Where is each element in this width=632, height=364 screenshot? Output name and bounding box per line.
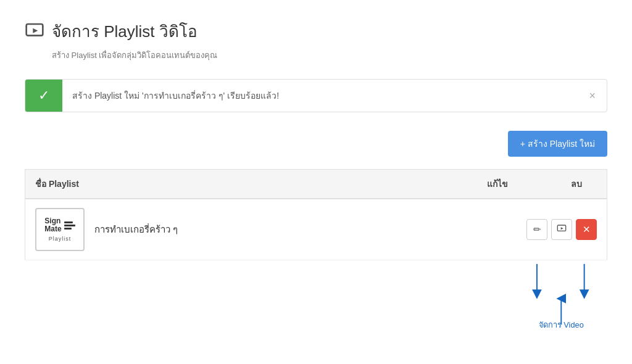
edit-button[interactable]: ✏ [526, 219, 547, 240]
create-playlist-button[interactable]: + สร้าง Playlist ใหม่ [508, 131, 607, 157]
playlist-name: การทำเบเกอรี่คร้าว ๆ [94, 222, 178, 237]
page-header: จัดการ Playlist วิดิโอ [25, 19, 607, 44]
logo-playlist-text: Playlist [49, 236, 72, 242]
svg-marker-1 [33, 28, 38, 33]
logo-bar-2 [64, 225, 75, 226]
col-label-delete: ลบ [566, 177, 587, 191]
manage-video-button[interactable] [551, 219, 572, 240]
annotation-container: จัดการ Video [25, 260, 607, 328]
sign-mate-logo: Sign Mate Playlist [35, 208, 85, 251]
page-subtitle: สร้าง Playlist เพื่อจัดกลุ่มวิดิโอคอนเทน… [52, 49, 607, 62]
playlist-table: ชื่อ Playlist แก้ไข ลบ [25, 169, 607, 260]
action-buttons: ✏ ✕ [384, 219, 597, 240]
alert-icon-box: ✓ [25, 80, 62, 112]
action-cell: ✏ ✕ [374, 199, 607, 260]
toolbar: + สร้าง Playlist ใหม่ [25, 131, 607, 157]
play-icon [25, 22, 44, 41]
playlist-name-cell: Sign Mate Playlist [25, 199, 375, 260]
col-header-name: ชื่อ Playlist [25, 170, 375, 199]
table-row: Sign Mate Playlist [25, 199, 607, 260]
svg-marker-3 [561, 227, 563, 230]
arrows-svg: จัดการ Video [25, 260, 607, 328]
col-labels: แก้ไข ลบ [384, 177, 597, 191]
check-icon: ✓ [38, 88, 49, 104]
logo-bars [64, 221, 75, 230]
page-title: จัดการ Playlist วิดิโอ [52, 19, 198, 44]
delete-button[interactable]: ✕ [576, 219, 597, 240]
logo-mate: Mate [44, 225, 61, 233]
delete-icon: ✕ [583, 224, 591, 235]
alert-close-button[interactable]: × [578, 81, 607, 111]
col-label-edit: แก้ไข [487, 177, 508, 191]
logo-bar-3 [64, 228, 72, 230]
table-header-row: ชื่อ Playlist แก้ไข ลบ [25, 170, 607, 199]
alert-message: สร้าง Playlist ใหม่ 'การทำเบเกอรี่คร้าว … [62, 80, 578, 111]
pencil-icon: ✏ [533, 224, 541, 235]
success-alert: ✓ สร้าง Playlist ใหม่ 'การทำเบเกอรี่คร้า… [25, 79, 607, 112]
col-header-actions: แก้ไข ลบ [374, 170, 607, 199]
logo-bar-1 [64, 221, 73, 223]
table-wrapper: ชื่อ Playlist แก้ไข ลบ [25, 169, 607, 328]
video-icon [557, 224, 567, 236]
svg-text:จัดการ Video: จัดการ Video [539, 320, 584, 329]
col-label-manage [526, 177, 547, 191]
